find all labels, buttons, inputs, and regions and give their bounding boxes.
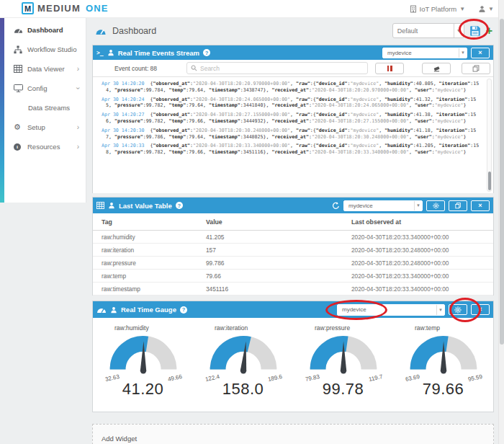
add-dashboard-button[interactable]: + [486,25,492,37]
user-menu[interactable]: ▼ [478,5,494,13]
column-header: Value [206,218,351,226]
gauge-device-select-value: mydevice [338,306,436,313]
gauge-label: raw:temp [415,324,493,332]
gauge-arc [293,334,393,375]
chevron-down-icon: ▼ [436,305,444,315]
chevron-down-icon: ▼ [488,6,494,12]
events-log[interactable]: Apr 30 14:20:20 {"observed_at":"2020-04-… [93,77,493,193]
table-icon [96,202,104,209]
monitor-icon [14,84,27,92]
log-entry: Apr 30 14:20:33 {"observed_at":"2020-04-… [102,143,482,156]
table-export-button[interactable] [449,200,467,211]
table-cell: raw:iteration [93,247,206,254]
last-value-table-widget: Last Value Table ? mydevice ▼ × [92,197,494,296]
gauge-close-button[interactable]: × [471,304,490,315]
scrollbar-thumb[interactable] [500,19,504,345]
user-icon [108,202,115,209]
sidebar-item-data-streams[interactable]: Data Streams [4,98,86,117]
events-stream-widget: >_ Real Time Events Stream ? mydevice ▼ … [92,45,494,193]
events-log-scrollbar[interactable] [487,79,492,192]
add-widget-area[interactable]: Add Widget [92,424,494,444]
table-cell: raw:pressure [93,259,206,267]
help-icon[interactable]: ? [203,49,210,56]
gauge-raw-humidity: raw:humidity32.6349.6641.20 [93,318,193,412]
gauge-device-select[interactable]: mydevice ▼ [337,304,445,316]
dashboard-select-value: Default [393,27,454,35]
widget-title: Real Time Gauge [121,306,176,314]
dashboard-select[interactable]: Default ▼ [392,23,464,38]
page-title: Dashboard [112,26,156,36]
save-dashboard-button[interactable] [469,25,481,37]
logo-word-one: ONE [86,3,109,14]
table-close-button[interactable]: × [471,200,490,211]
sidebar-item-data-viewer[interactable]: Data Viewer› [4,59,86,79]
chevron-down-icon: ▼ [454,24,464,37]
events-device-select-value: mydevice [383,50,459,56]
medium-one-logo[interactable]: M MEDIUM ONE [22,2,109,14]
dashboard-title-row: Dashboard Default ▼ + [86,18,498,44]
log-entry: Apr 30 14:20:24 {"observed_at":"2020-04-… [102,97,482,110]
sidebar-item-setup[interactable]: ⚙Setup› [4,117,86,137]
copy-stream-button[interactable] [462,63,490,74]
table-device-select[interactable]: mydevice ▼ [343,200,423,211]
last-value-table: TagValueLast observed at raw:humidity41.… [93,213,493,296]
table-cell: raw:temp [93,272,206,280]
platform-menu[interactable]: IoT Platform ▼ [410,5,466,13]
sidebar-accent-strip [0,18,4,203]
table-settings-button[interactable] [426,200,445,211]
terminal-icon: >_ [96,50,104,56]
pause-stream-button[interactable] [375,63,404,74]
save-icon [455,203,462,209]
page-scrollbar[interactable] [498,0,504,444]
table-cell: 2020-04-30T18:20:33.340000+00:00 [351,272,493,280]
log-entry: Apr 30 14:20:20 {"observed_at":"2020-04-… [102,81,482,94]
chevron-right-icon: › [77,123,79,131]
events-search-input[interactable] [200,65,364,72]
chevron-down-icon: ▼ [459,6,465,12]
gauge-widget: Real Time Gauge ? mydevice ▼ × raw:humid… [92,301,494,412]
events-close-button[interactable]: × [471,48,490,58]
sidebar-item-dashboard[interactable]: Dashboard [4,20,86,40]
table-body: raw:humidity41.2052020-04-30T18:20:33.34… [93,231,493,296]
gauge-raw-pressure: raw:pressure79.83119.799.78 [293,318,393,412]
log-entry: Apr 30 14:20:27 {"observed_at":"2020-04-… [102,112,482,125]
events-search-box [186,62,368,74]
sidebar-item-config[interactable]: Config› [4,79,86,98]
table-cell: 79.66 [206,272,351,280]
table-cell: 2020-04-30T18:20:30.248000+00:00 [351,247,493,254]
sidebar-item-label: Config [27,84,47,92]
sidebar-item-label: Data Viewer [27,65,65,73]
table-cell: 99.786 [206,259,351,267]
gauge-arc [193,334,293,375]
gauge-icon [14,27,27,34]
table-row: raw:timestamp34511162020-04-30T18:20:33.… [93,283,493,296]
sidebar-item-resources[interactable]: iResources› [4,137,86,156]
gauge-row: raw:humidity32.6349.6641.20raw:iteration… [93,318,493,412]
sidebar-nav: DashboardWorkflow StudioData Viewer›Conf… [4,20,86,156]
gauge-icon [95,27,107,35]
table-cell: raw:humidity [93,234,206,241]
help-icon[interactable]: ? [176,202,183,209]
scrollbar-thumb[interactable] [488,172,492,190]
table-cell: 3451116 [206,285,351,293]
chevron-down-icon: ▼ [414,201,422,210]
gauge-label: raw:pressure [315,324,393,332]
help-icon[interactable]: ? [180,306,187,314]
events-device-select[interactable]: mydevice ▼ [382,48,467,58]
gauge-value: 99.78 [293,380,393,399]
chevron-right-icon: › [77,143,79,151]
chevron-down-icon: ▼ [459,48,467,58]
dashboard-controls: Default ▼ + [392,23,492,38]
gauge-label: raw:humidity [114,324,193,332]
clear-stream-button[interactable] [422,63,451,74]
workflow-icon [14,45,27,54]
table-cell: 2020-04-30T18:20:33.340000+00:00 [351,285,493,293]
sidebar-item-workflow-studio[interactable]: Workflow Studio [4,40,86,59]
table-device-select-value: mydevice [344,203,414,209]
sidebar-item-label: Dashboard [27,26,63,34]
pause-icon [387,66,392,71]
refresh-icon [332,202,340,210]
sidebar-item-label: Workflow Studio [27,45,76,53]
refresh-button[interactable] [332,202,340,210]
gauge-settings-button[interactable] [449,304,467,315]
